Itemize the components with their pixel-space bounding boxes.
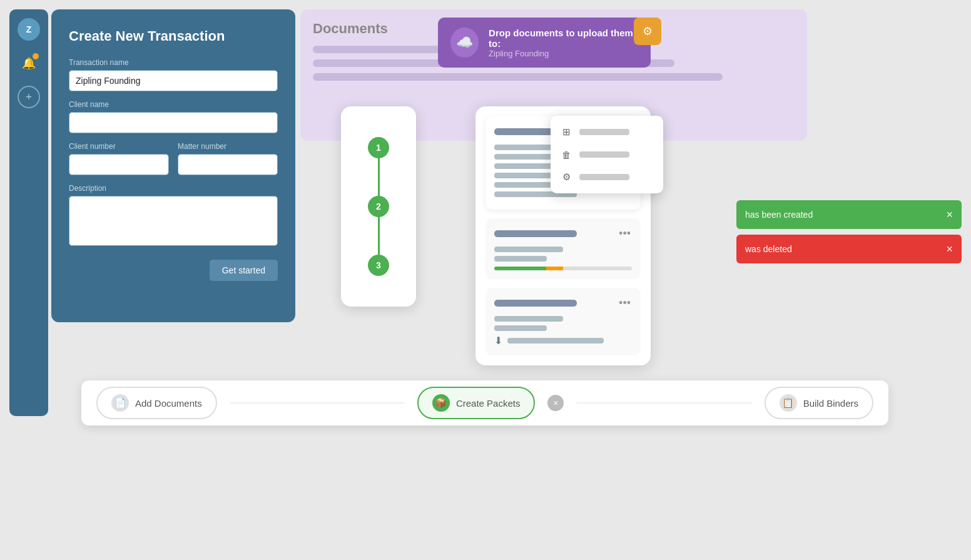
toast-success-close[interactable]: × — [946, 208, 953, 221]
step-1[interactable]: 1 — [368, 137, 389, 158]
card-3-body-2 — [494, 325, 547, 331]
workflow-sep-2 — [576, 402, 751, 404]
trash-icon: 🗑 — [561, 149, 572, 160]
card-3-download-row: ⬇ — [494, 335, 632, 347]
context-menu-delete[interactable]: 🗑 — [551, 143, 663, 166]
client-number-input[interactable] — [69, 154, 169, 175]
workflow-bar: 📄 Add Documents 📦 Create Packets × 📋 Bui… — [81, 380, 888, 425]
sidebar: Z 🔔 + — [9, 9, 48, 416]
card-3-menu-button[interactable]: ••• — [618, 297, 632, 310]
card-2-body-2 — [494, 256, 547, 262]
transaction-name-label: Transaction name — [69, 58, 278, 67]
notification-dot — [33, 53, 39, 59]
card-2-title — [494, 230, 577, 237]
context-menu-copy-label — [579, 129, 629, 135]
create-packets-button[interactable]: 📦 Create Packets — [417, 387, 536, 419]
add-button[interactable]: + — [18, 86, 40, 108]
client-name-label: Client name — [69, 100, 278, 109]
toast-error-close[interactable]: × — [946, 243, 953, 256]
filter-icon: ⚙ — [643, 24, 653, 38]
client-number-label: Client number — [69, 142, 169, 151]
step-line-1 — [378, 158, 380, 196]
close-icon: × — [553, 398, 558, 408]
close-circle-button[interactable]: × — [547, 395, 564, 411]
add-documents-label: Add Documents — [135, 398, 202, 409]
toast-error: was deleted × — [736, 235, 962, 263]
workflow-stepper: 1 2 3 — [341, 106, 416, 307]
context-menu-settings[interactable]: ⚙ — [551, 166, 663, 188]
card-item-3: ••• ⬇ — [486, 288, 641, 355]
transaction-name-input[interactable] — [69, 70, 278, 91]
transaction-panel: Create New Transaction Transaction name … — [51, 9, 295, 322]
matter-number-input[interactable] — [178, 154, 278, 175]
workflow-sep-1 — [230, 402, 405, 404]
card-3-download-bar — [507, 338, 604, 344]
description-textarea[interactable] — [69, 196, 278, 246]
doc-filter-button[interactable]: ⚙ — [634, 18, 661, 45]
card-2-menu-button[interactable]: ••• — [618, 227, 632, 240]
context-menu-settings-label — [579, 174, 629, 180]
panel-title: Create New Transaction — [69, 28, 278, 44]
copy-icon: ⊞ — [561, 126, 572, 138]
client-name-input[interactable] — [69, 112, 278, 133]
description-label: Description — [69, 184, 278, 193]
context-menu: ⊞ 🗑 ⚙ — [551, 116, 663, 193]
progress-green — [494, 267, 546, 270]
upload-icon: ☁️ — [450, 28, 479, 58]
drop-main-text: Drop documents to upload them to: — [489, 28, 638, 49]
build-binders-icon: 📋 — [780, 394, 797, 412]
download-icon: ⬇ — [494, 335, 502, 347]
toast-success-message: has been created — [745, 210, 813, 220]
drop-zone[interactable]: ☁️ Drop documents to upload them to: Zip… — [438, 18, 651, 68]
context-menu-copy[interactable]: ⊞ — [551, 121, 663, 143]
context-menu-delete-label — [579, 151, 629, 158]
toast-error-message: was deleted — [745, 244, 792, 254]
drop-zone-text: Drop documents to upload them to: Ziplin… — [489, 28, 638, 58]
card-3-body-1 — [494, 316, 563, 322]
card-2-header: ••• — [494, 227, 632, 240]
avatar[interactable]: Z — [18, 18, 40, 41]
build-binders-label: Build Binders — [803, 398, 858, 409]
get-started-button[interactable]: Get started — [210, 260, 278, 281]
step-3[interactable]: 3 — [368, 255, 389, 276]
add-documents-button[interactable]: 📄 Add Documents — [96, 387, 217, 419]
notification-icon[interactable]: 🔔 — [18, 52, 40, 74]
doc-bar-3 — [313, 73, 723, 81]
drop-sub-text: Zipling Founding — [489, 49, 638, 58]
create-packets-label: Create Packets — [456, 398, 521, 409]
toast-success: has been created × — [736, 200, 962, 229]
progress-gray — [563, 267, 632, 270]
create-packets-icon: 📦 — [432, 394, 450, 412]
settings-icon: ⚙ — [561, 171, 572, 183]
step-line-2 — [378, 217, 380, 255]
card-1-body-2 — [494, 154, 556, 160]
add-documents-icon: 📄 — [111, 394, 129, 412]
card-2-body-1 — [494, 247, 563, 252]
card-2-progress — [494, 267, 632, 270]
progress-orange — [546, 267, 564, 270]
step-2[interactable]: 2 — [368, 196, 389, 217]
card-item-2: ••• — [486, 218, 641, 279]
card-3-title — [494, 300, 577, 307]
matter-number-label: Matter number — [178, 142, 278, 151]
build-binders-button[interactable]: 📋 Build Binders — [765, 387, 873, 419]
card-3-header: ••• — [494, 297, 632, 310]
